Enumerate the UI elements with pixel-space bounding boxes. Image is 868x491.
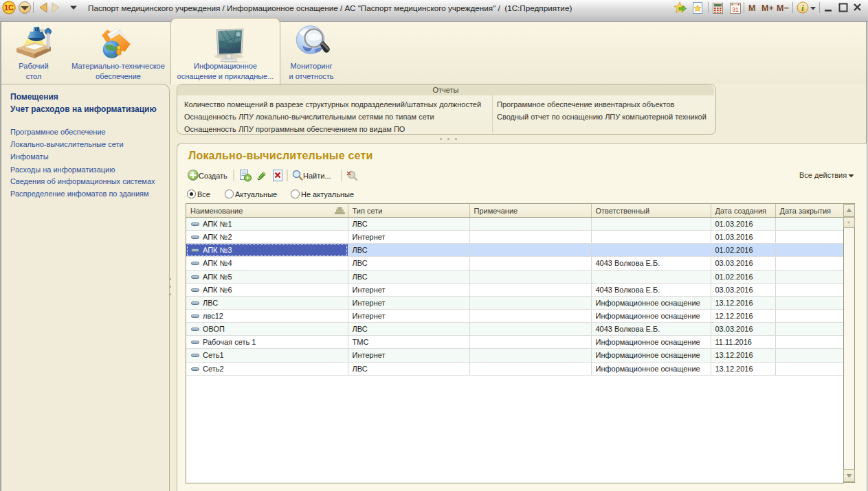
svg-text:M: M (748, 3, 755, 13)
svg-text:M−: M− (777, 3, 789, 13)
svg-text:1С: 1С (4, 3, 14, 12)
svg-text:M+: M+ (761, 3, 774, 13)
svg-text:31: 31 (732, 6, 739, 13)
